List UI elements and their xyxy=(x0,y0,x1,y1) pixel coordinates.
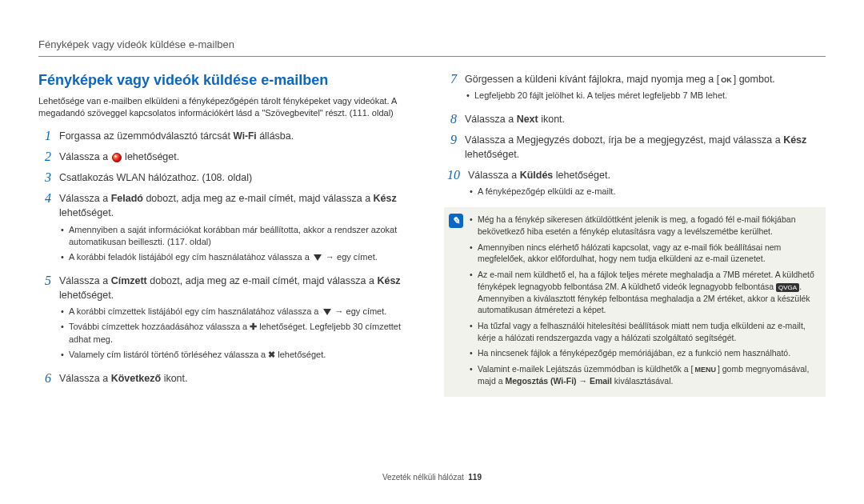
step-body: Csatlakozás WLAN hálózathoz. (108. oldal… xyxy=(59,170,420,185)
list-item: Ha tűzfal vagy a felhasználói hitelesíté… xyxy=(470,320,818,343)
step-number: 8 xyxy=(444,112,457,126)
note-box: ✎ Még ha a fénykép sikeresen átküldöttké… xyxy=(444,207,826,397)
step-2: 2 Válassza a lehetőséget. xyxy=(38,150,420,164)
list-item: Amennyiben nincs elérhető hálózati kapcs… xyxy=(470,242,818,265)
text: Az e-mail nem küldhető el, ha a fájlok t… xyxy=(478,270,814,291)
step-number: 2 xyxy=(38,150,51,164)
bold-text: Next xyxy=(517,114,538,125)
plus-icon: ✚ xyxy=(250,322,257,331)
bold-text: Küldés xyxy=(520,170,554,181)
text: Válassza a xyxy=(59,151,111,162)
list-item: További címzettek hozzáadásához válassza… xyxy=(59,321,420,346)
step-8: 8 Válassza a Next ikont. xyxy=(444,112,826,126)
sub-list: Amennyiben a saját információkat korábba… xyxy=(59,224,420,264)
text: Görgessen a küldeni kívánt fájlokra, maj… xyxy=(465,74,719,85)
text: lehetőséget. xyxy=(59,290,114,301)
text: lehetőséget. xyxy=(553,170,610,181)
list-item: Valamely cím listáról történő törléséhez… xyxy=(59,349,420,361)
right-column: 7 Görgessen a küldeni kívánt fájlokra, m… xyxy=(444,72,826,397)
step-5: 5 Válassza a Címzett dobozt, adja meg az… xyxy=(38,274,420,365)
text: A korábbi feladók listájából egy cím has… xyxy=(69,252,312,262)
text: Valamely cím listáról történő törléséhez… xyxy=(69,350,268,359)
step-number: 5 xyxy=(38,274,51,365)
text: lehetőséget. xyxy=(59,207,114,218)
step-body: Forgassa az üzemmódválasztó tárcsát Wi-F… xyxy=(59,129,420,143)
bold-text: Kész xyxy=(377,275,400,286)
step-6: 6 Válassza a Következő ikont. xyxy=(38,371,420,386)
step-number: 3 xyxy=(38,170,51,185)
email-icon xyxy=(111,152,122,163)
sub-list: Legfeljebb 20 fájlt jelölhet ki. A telje… xyxy=(465,90,826,102)
bold-text: Email xyxy=(590,376,612,386)
text: Válassza a xyxy=(59,193,111,204)
step-body: Válassza a Feladó dobozt, adja meg az e-… xyxy=(59,191,420,266)
text: lehetőséget. xyxy=(275,350,326,359)
text: Válassza a xyxy=(59,373,111,384)
step-number: 4 xyxy=(38,191,51,266)
header-rule xyxy=(38,56,826,57)
text: → egy címet. xyxy=(323,252,378,262)
text: A korábbi címzettek listájából egy cím h… xyxy=(69,306,322,316)
text: kiválasztásával. xyxy=(612,376,673,386)
list-item: Ha nincsenek fájlok a fényképezőgép memó… xyxy=(470,347,818,359)
wifi-label: Wi-Fi xyxy=(233,130,256,142)
step-10: 10 Válassza a Küldés lehetőséget. A fény… xyxy=(444,168,826,202)
step-4: 4 Válassza a Feladó dobozt, adja meg az … xyxy=(38,191,420,266)
text: lehetőséget. xyxy=(465,149,519,160)
list-item: Az e-mail nem küldhető el, ha a fájlok t… xyxy=(470,269,818,316)
list-item: Még ha a fénykép sikeresen átküldöttként… xyxy=(470,214,818,237)
text: Valamint e-mailek Lejátszás üzemmódban i… xyxy=(478,364,693,374)
list-item: Amennyiben a saját információkat korábba… xyxy=(59,224,420,249)
step-body: Görgessen a küldeni kívánt fájlokra, maj… xyxy=(465,72,826,106)
step-3: 3 Csatlakozás WLAN hálózathoz. (108. old… xyxy=(38,170,420,185)
step-1: 1 Forgassa az üzemmódválasztó tárcsát Wi… xyxy=(38,129,420,143)
sub-list: A fényképezőgép elküldi az e-mailt. xyxy=(468,186,826,198)
list-item: A korábbi feladók listájából egy cím has… xyxy=(59,251,420,263)
text: Válassza a xyxy=(465,114,517,125)
text: Válassza a xyxy=(59,275,111,286)
page-header: Fényképek vagy videók küldése e-mailben xyxy=(38,38,234,50)
text: ] gombot. xyxy=(734,74,775,85)
left-column: Fényképek vagy videók küldése e-mailben … xyxy=(38,72,420,397)
step-number: 9 xyxy=(444,133,457,162)
step-body: Válassza a Küldés lehetőséget. A fénykép… xyxy=(468,168,826,202)
step-7: 7 Görgessen a küldeni kívánt fájlokra, m… xyxy=(444,72,826,106)
note-icon: ✎ xyxy=(449,214,463,228)
footer-label: Vezeték nélküli hálózat xyxy=(382,473,464,482)
bold-text: Kész xyxy=(374,193,397,204)
step-number: 10 xyxy=(444,168,460,202)
list-item: Legfeljebb 20 fájlt jelölhet ki. A telje… xyxy=(465,90,826,102)
text: dobozt, adja meg az e-mail címét, majd v… xyxy=(147,275,378,286)
step-number: 1 xyxy=(38,129,51,143)
step-body: Válassza a lehetőséget. xyxy=(59,150,420,164)
resolution-icon: QVGA xyxy=(776,283,799,292)
text: Válassza a Megjegyzés dobozt, írja be a … xyxy=(465,134,783,146)
step-body: Válassza a Next ikont. xyxy=(465,112,826,126)
step-9: 9 Válassza a Megjegyzés dobozt, írja be … xyxy=(444,133,826,162)
step-body: Válassza a Megjegyzés dobozt, írja be a … xyxy=(465,133,826,162)
text: → egy címet. xyxy=(333,306,387,316)
text: dobozt, adja meg az e-mail címét, majd v… xyxy=(143,193,374,204)
bold-text: Címzett xyxy=(111,275,147,286)
list-item: A fényképezőgép elküldi az e-mailt. xyxy=(468,186,826,198)
text: ikont. xyxy=(538,114,565,125)
step-number: 6 xyxy=(38,371,51,386)
section-title: Fényképek vagy videók küldése e-mailben xyxy=(38,72,420,89)
bold-text: Feladó xyxy=(111,193,143,204)
text: További címzettek hozzáadásához válassza… xyxy=(69,322,250,331)
page-footer: Vezeték nélküli hálózat 119 xyxy=(0,473,864,482)
text: → xyxy=(577,376,590,386)
ok-button-icon: OK xyxy=(719,75,734,86)
text: állásba. xyxy=(257,130,294,142)
bold-text: Megosztás (Wi-Fi) xyxy=(505,376,576,386)
bold-text: Következő xyxy=(111,373,162,384)
step-body: Válassza a Következő ikont. xyxy=(59,371,420,386)
bold-text: Kész xyxy=(783,134,806,146)
text: Forgassa az üzemmódválasztó tárcsát xyxy=(59,130,233,142)
note-list: Még ha a fénykép sikeresen átküldöttként… xyxy=(470,214,818,390)
step-body: Válassza a Címzett dobozt, adja meg az e… xyxy=(59,274,420,365)
text: ikont. xyxy=(161,373,187,384)
list-item: A korábbi címzettek listájából egy cím h… xyxy=(59,306,420,318)
text: lehetőséget. xyxy=(122,151,180,162)
text: Válassza a xyxy=(468,170,520,181)
